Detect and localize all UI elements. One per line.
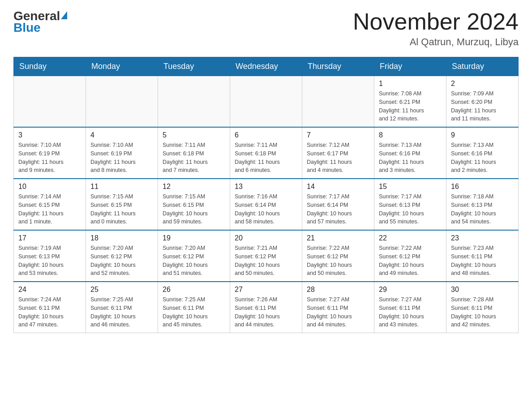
- calendar-week-row: 3Sunrise: 7:10 AMSunset: 6:19 PMDaylight…: [14, 127, 519, 179]
- day-number: 8: [379, 131, 442, 139]
- day-info: Sunrise: 7:23 AMSunset: 6:11 PMDaylight:…: [451, 244, 514, 278]
- table-row: 21Sunrise: 7:22 AMSunset: 6:12 PMDayligh…: [302, 230, 374, 282]
- table-row: 22Sunrise: 7:22 AMSunset: 6:12 PMDayligh…: [374, 230, 446, 282]
- table-row: 28Sunrise: 7:27 AMSunset: 6:11 PMDayligh…: [302, 282, 374, 333]
- table-row: 11Sunrise: 7:15 AMSunset: 6:15 PMDayligh…: [86, 179, 158, 230]
- day-number: 15: [379, 183, 442, 191]
- header-tuesday: Tuesday: [158, 57, 230, 76]
- table-row: 18Sunrise: 7:20 AMSunset: 6:12 PMDayligh…: [86, 230, 158, 282]
- day-number: 11: [90, 183, 153, 191]
- calendar-week-row: 1Sunrise: 7:08 AMSunset: 6:21 PMDaylight…: [14, 76, 519, 128]
- day-info: Sunrise: 7:25 AMSunset: 6:11 PMDaylight:…: [163, 295, 225, 329]
- table-row: 6Sunrise: 7:11 AMSunset: 6:18 PMDaylight…: [230, 127, 302, 179]
- table-row: 29Sunrise: 7:27 AMSunset: 6:11 PMDayligh…: [374, 282, 446, 333]
- day-number: 19: [163, 234, 225, 242]
- day-number: 29: [379, 286, 442, 294]
- day-info: Sunrise: 7:11 AMSunset: 6:18 PMDaylight:…: [163, 141, 225, 175]
- day-info: Sunrise: 7:21 AMSunset: 6:12 PMDaylight:…: [235, 244, 297, 278]
- day-number: 4: [90, 131, 153, 139]
- day-info: Sunrise: 7:15 AMSunset: 6:15 PMDaylight:…: [90, 193, 153, 226]
- table-row: 10Sunrise: 7:14 AMSunset: 6:15 PMDayligh…: [14, 179, 86, 230]
- day-number: 27: [235, 286, 297, 294]
- day-number: 5: [163, 131, 225, 139]
- day-number: 3: [18, 131, 81, 139]
- day-info: Sunrise: 7:13 AMSunset: 6:16 PMDaylight:…: [451, 141, 514, 175]
- day-number: 21: [307, 234, 369, 242]
- table-row: 12Sunrise: 7:15 AMSunset: 6:15 PMDayligh…: [158, 179, 230, 230]
- day-info: Sunrise: 7:20 AMSunset: 6:12 PMDaylight:…: [90, 244, 153, 278]
- table-row: 5Sunrise: 7:11 AMSunset: 6:18 PMDaylight…: [158, 127, 230, 179]
- header-wednesday: Wednesday: [230, 57, 302, 76]
- table-row: [158, 76, 230, 128]
- day-info: Sunrise: 7:18 AMSunset: 6:13 PMDaylight:…: [451, 193, 514, 226]
- day-info: Sunrise: 7:19 AMSunset: 6:13 PMDaylight:…: [18, 244, 81, 278]
- table-row: [14, 76, 86, 128]
- table-row: 2Sunrise: 7:09 AMSunset: 6:20 PMDaylight…: [446, 76, 519, 128]
- page-header: General Blue November 2024 Al Qatrun, Mu…: [13, 9, 519, 48]
- day-info: Sunrise: 7:15 AMSunset: 6:15 PMDaylight:…: [163, 193, 225, 226]
- table-row: 23Sunrise: 7:23 AMSunset: 6:11 PMDayligh…: [446, 230, 519, 282]
- day-info: Sunrise: 7:27 AMSunset: 6:11 PMDaylight:…: [379, 295, 442, 329]
- month-title: November 2024: [353, 9, 519, 34]
- day-number: 22: [379, 234, 442, 242]
- day-info: Sunrise: 7:17 AMSunset: 6:13 PMDaylight:…: [379, 193, 442, 226]
- table-row: 19Sunrise: 7:20 AMSunset: 6:12 PMDayligh…: [158, 230, 230, 282]
- day-number: 6: [235, 131, 297, 139]
- header-monday: Monday: [86, 57, 158, 76]
- day-info: Sunrise: 7:26 AMSunset: 6:11 PMDaylight:…: [235, 295, 297, 329]
- table-row: 24Sunrise: 7:24 AMSunset: 6:11 PMDayligh…: [14, 282, 86, 333]
- day-number: 30: [451, 286, 514, 294]
- title-section: November 2024 Al Qatrun, Murzuq, Libya: [353, 9, 519, 48]
- day-number: 18: [90, 234, 153, 242]
- day-number: 23: [451, 234, 514, 242]
- calendar-table: Sunday Monday Tuesday Wednesday Thursday…: [13, 57, 519, 333]
- day-info: Sunrise: 7:24 AMSunset: 6:11 PMDaylight:…: [18, 295, 81, 329]
- day-number: 16: [451, 183, 514, 191]
- logo-blue: Blue: [13, 21, 67, 35]
- day-info: Sunrise: 7:16 AMSunset: 6:14 PMDaylight:…: [235, 193, 297, 226]
- day-number: 17: [18, 234, 81, 242]
- day-number: 12: [163, 183, 225, 191]
- table-row: 13Sunrise: 7:16 AMSunset: 6:14 PMDayligh…: [230, 179, 302, 230]
- day-info: Sunrise: 7:10 AMSunset: 6:19 PMDaylight:…: [90, 141, 153, 175]
- table-row: 17Sunrise: 7:19 AMSunset: 6:13 PMDayligh…: [14, 230, 86, 282]
- table-row: 7Sunrise: 7:12 AMSunset: 6:17 PMDaylight…: [302, 127, 374, 179]
- calendar-week-row: 24Sunrise: 7:24 AMSunset: 6:11 PMDayligh…: [14, 282, 519, 333]
- header-sunday: Sunday: [14, 57, 86, 76]
- day-number: 7: [307, 131, 369, 139]
- logo-triangle-icon: [61, 11, 67, 19]
- table-row: 4Sunrise: 7:10 AMSunset: 6:19 PMDaylight…: [86, 127, 158, 179]
- day-number: 24: [18, 286, 81, 294]
- table-row: 16Sunrise: 7:18 AMSunset: 6:13 PMDayligh…: [446, 179, 519, 230]
- table-row: 3Sunrise: 7:10 AMSunset: 6:19 PMDaylight…: [14, 127, 86, 179]
- table-row: 25Sunrise: 7:25 AMSunset: 6:11 PMDayligh…: [86, 282, 158, 333]
- day-info: Sunrise: 7:14 AMSunset: 6:15 PMDaylight:…: [18, 193, 81, 226]
- calendar-week-row: 17Sunrise: 7:19 AMSunset: 6:13 PMDayligh…: [14, 230, 519, 282]
- day-info: Sunrise: 7:25 AMSunset: 6:11 PMDaylight:…: [90, 295, 153, 329]
- day-number: 26: [163, 286, 225, 294]
- calendar-week-row: 10Sunrise: 7:14 AMSunset: 6:15 PMDayligh…: [14, 179, 519, 230]
- day-number: 10: [18, 183, 81, 191]
- table-row: 9Sunrise: 7:13 AMSunset: 6:16 PMDaylight…: [446, 127, 519, 179]
- day-number: 2: [451, 80, 514, 88]
- day-info: Sunrise: 7:11 AMSunset: 6:18 PMDaylight:…: [235, 141, 297, 175]
- table-row: 1Sunrise: 7:08 AMSunset: 6:21 PMDaylight…: [374, 76, 446, 128]
- day-info: Sunrise: 7:13 AMSunset: 6:16 PMDaylight:…: [379, 141, 442, 175]
- day-info: Sunrise: 7:22 AMSunset: 6:12 PMDaylight:…: [379, 244, 442, 278]
- day-number: 14: [307, 183, 369, 191]
- table-row: 20Sunrise: 7:21 AMSunset: 6:12 PMDayligh…: [230, 230, 302, 282]
- day-info: Sunrise: 7:08 AMSunset: 6:21 PMDaylight:…: [379, 90, 442, 123]
- table-row: 27Sunrise: 7:26 AMSunset: 6:11 PMDayligh…: [230, 282, 302, 333]
- day-info: Sunrise: 7:20 AMSunset: 6:12 PMDaylight:…: [163, 244, 225, 278]
- day-number: 25: [90, 286, 153, 294]
- day-number: 28: [307, 286, 369, 294]
- table-row: 14Sunrise: 7:17 AMSunset: 6:14 PMDayligh…: [302, 179, 374, 230]
- day-info: Sunrise: 7:17 AMSunset: 6:14 PMDaylight:…: [307, 193, 369, 226]
- table-row: [302, 76, 374, 128]
- location: Al Qatrun, Murzuq, Libya: [353, 36, 519, 48]
- table-row: 15Sunrise: 7:17 AMSunset: 6:13 PMDayligh…: [374, 179, 446, 230]
- table-row: 8Sunrise: 7:13 AMSunset: 6:16 PMDaylight…: [374, 127, 446, 179]
- header-saturday: Saturday: [446, 57, 519, 76]
- day-number: 13: [235, 183, 297, 191]
- day-info: Sunrise: 7:12 AMSunset: 6:17 PMDaylight:…: [307, 141, 369, 175]
